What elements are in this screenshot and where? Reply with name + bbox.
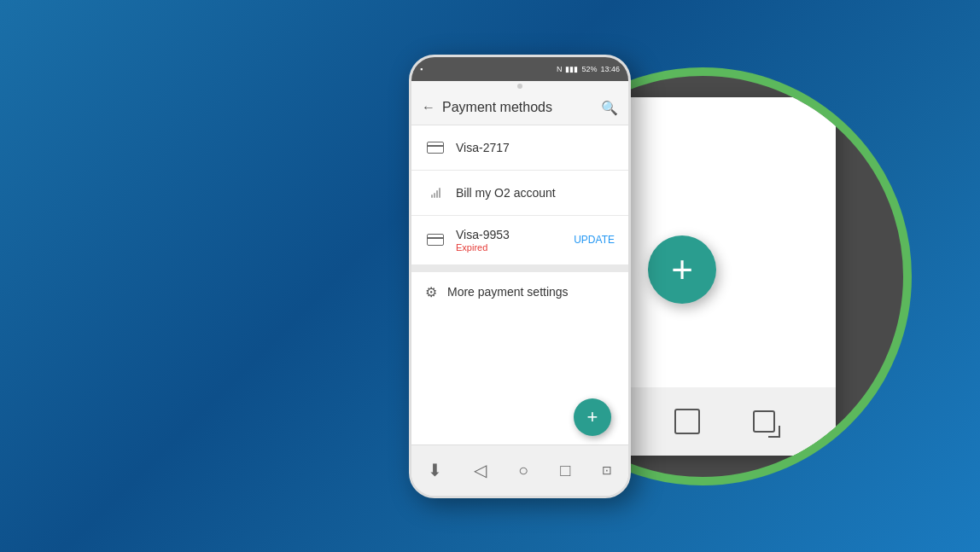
nav-recents-icon[interactable]: □ — [560, 461, 570, 480]
phone-notch — [411, 81, 628, 91]
signal-icon-o2 — [425, 183, 446, 203]
update-button[interactable]: UPDATE — [574, 234, 615, 246]
payment-expired-label: Expired — [456, 242, 563, 253]
nav-home-icon[interactable]: ○ — [518, 461, 528, 480]
section-divider — [411, 265, 628, 272]
signal-bars: ▮▮▮ — [565, 65, 578, 73]
header-left: ← Payment methods — [422, 100, 552, 115]
network-icon: N — [557, 65, 563, 73]
phone-mockup: ▪ N ▮▮▮ 52% 13:46 ← Payment methods 🔍 Vi… — [409, 55, 631, 498]
nav-extra-icon[interactable]: ⊡ — [602, 463, 612, 477]
more-settings-item[interactable]: ⚙ More payment settings — [411, 272, 628, 312]
payment-label-3: Visa-9953 — [456, 228, 563, 241]
gear-icon: ⚙ — [425, 284, 437, 300]
status-bar-left: ▪ — [420, 65, 423, 73]
payment-list: Visa-2717 Bill my O2 account — [411, 125, 628, 312]
bottom-navigation: ⬇ ◁ ○ □ ⊡ — [411, 445, 628, 496]
card-icon-3 — [425, 230, 446, 250]
card-icon-1 — [425, 137, 446, 158]
zoomed-recents-icon — [674, 409, 700, 434]
status-bar: ▪ N ▮▮▮ 52% 13:46 — [411, 57, 628, 81]
status-bar-right: N ▮▮▮ 52% 13:46 — [557, 65, 620, 73]
back-button[interactable]: ← — [422, 100, 435, 115]
page-title: Payment methods — [442, 100, 552, 115]
fab-plus-icon: + — [587, 408, 598, 427]
fab-button[interactable]: + — [574, 398, 611, 436]
zoomed-card — [614, 97, 836, 456]
nav-download-icon[interactable]: ⬇ — [428, 460, 442, 480]
payment-item-o2[interactable]: Bill my O2 account — [411, 171, 628, 216]
front-camera — [517, 84, 522, 89]
app-header: ← Payment methods 🔍 — [411, 91, 628, 125]
search-icon[interactable]: 🔍 — [601, 100, 618, 116]
payment-item-visa-2717[interactable]: Visa-2717 — [411, 125, 628, 171]
payment-label-2: Bill my O2 account — [456, 186, 615, 200]
nav-back-icon[interactable]: ◁ — [474, 460, 487, 480]
battery-percent: 52% — [581, 65, 597, 73]
zoomed-bottom-nav — [614, 387, 836, 456]
notification-icon: ▪ — [420, 65, 423, 73]
time-display: 13:46 — [600, 65, 620, 73]
zoomed-fab-button[interactable]: + — [648, 235, 716, 304]
payment-item-visa-9953[interactable]: Visa-9953 Expired UPDATE — [411, 216, 628, 265]
settings-label: More payment settings — [447, 285, 569, 299]
payment-label-1: Visa-2717 — [456, 141, 615, 154]
zoomed-fab-plus-icon: + — [671, 251, 693, 288]
